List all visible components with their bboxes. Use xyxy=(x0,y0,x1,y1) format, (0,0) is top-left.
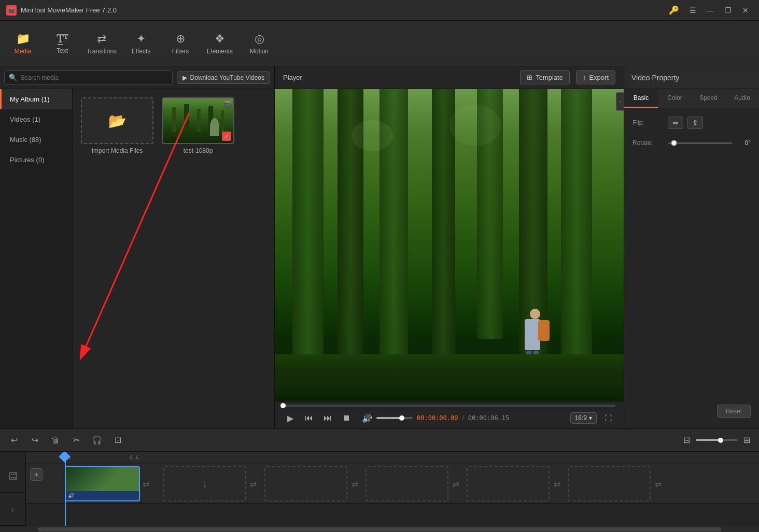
play-button[interactable]: ▶ xyxy=(283,411,298,425)
flip-horizontal-button[interactable]: ⇔ xyxy=(668,117,683,129)
transitions-label: Transitions xyxy=(87,48,117,55)
sidebar-item-music[interactable]: Music (88) xyxy=(0,130,72,150)
zoom-out-button[interactable]: ⊟ xyxy=(680,434,693,447)
toolbar-item-effects[interactable]: ✦ Effects xyxy=(122,25,160,62)
volume-handle[interactable] xyxy=(399,415,404,421)
undo-button[interactable]: ↩ xyxy=(6,433,22,448)
audio-detach-button[interactable]: 🎧 xyxy=(89,433,105,448)
video-track-icon xyxy=(0,459,25,493)
transitions-icon: ⇄ xyxy=(97,32,106,46)
timeline: ↩ ↪ 🗑 ✂ 🎧 ⊡ ⊟ ⊞ xyxy=(0,428,759,532)
cut-button[interactable]: ✂ xyxy=(68,433,84,448)
player-title: Player xyxy=(283,74,302,81)
app-icon: 🎬 xyxy=(6,5,17,16)
fullscreen-button[interactable]: ⛶ xyxy=(601,411,615,425)
volume-icon[interactable]: 🔊 xyxy=(360,411,374,425)
ruler-mark-6s: 6.6 xyxy=(130,455,139,461)
toolbar-item-transitions[interactable]: ⇄ Transitions xyxy=(83,25,120,62)
download-youtube-label: Download YouTube Videos xyxy=(190,74,264,81)
sidebar-item-videos[interactable]: Videos (1) xyxy=(0,109,72,130)
tab-audio[interactable]: Audio xyxy=(725,89,759,108)
media-grid: 📂 Import Media Files xyxy=(73,89,274,428)
flip-row: Flip: ⇔ ⇕ xyxy=(632,117,751,129)
rotate-slider[interactable] xyxy=(668,142,732,144)
download-youtube-button[interactable]: ▶ Download YouTube Videos xyxy=(177,71,270,84)
zoom-handle[interactable] xyxy=(718,438,723,443)
toolbar-item-text[interactable]: T̲ᵀ Text xyxy=(44,25,81,62)
effects-label: Effects xyxy=(132,48,150,55)
current-time: 00:00:00.00 xyxy=(417,414,458,422)
progress-bar[interactable] xyxy=(283,405,615,407)
key-icon: 🔑 xyxy=(669,5,679,15)
rotate-handle[interactable] xyxy=(671,140,677,146)
redo-button[interactable]: ↪ xyxy=(27,433,43,448)
main-layout: 🔍 ▶ Download YouTube Videos My Album (1)… xyxy=(0,66,759,428)
folder-icon: 📂 xyxy=(108,112,126,130)
aspect-ratio-select[interactable]: 16:9 ▾ xyxy=(570,412,597,424)
slot4-swap-button[interactable]: ⇄ xyxy=(554,479,560,488)
reset-button[interactable]: Reset xyxy=(717,405,751,418)
menu-button[interactable]: ☰ xyxy=(685,3,700,18)
slot3-swap-button[interactable]: ⇄ xyxy=(453,479,459,488)
playhead[interactable] xyxy=(65,452,66,526)
import-media-item[interactable]: 📂 Import Media Files xyxy=(81,97,153,154)
chevron-down-icon: ▾ xyxy=(589,414,592,422)
export-button[interactable]: ↑ Export xyxy=(576,70,615,84)
timeline-tracks-area: 0s 6.6 + 🔊 ⇄ xyxy=(26,452,759,526)
sidebar-item-my-album[interactable]: My Album (1) xyxy=(0,89,72,109)
elements-icon: ❖ xyxy=(215,32,225,46)
empty-slot-2[interactable] xyxy=(264,466,347,501)
empty-slot-4[interactable] xyxy=(467,466,550,501)
close-button[interactable]: ✕ xyxy=(738,3,753,18)
slot1-swap-button[interactable]: ⇄ xyxy=(250,479,257,488)
svg-rect-1 xyxy=(9,475,17,475)
zoom-slider[interactable] xyxy=(696,439,737,441)
tab-speed[interactable]: Speed xyxy=(692,89,725,108)
slot2-swap-button[interactable]: ⇄ xyxy=(352,479,358,488)
clip-swap-button[interactable]: ⇄ xyxy=(143,479,149,488)
timeline-content: ♪ 0s 6.6 + 🔊 xyxy=(0,452,759,526)
empty-slot-5[interactable] xyxy=(568,466,651,501)
flip-vertical-button[interactable]: ⇕ xyxy=(687,117,703,129)
zoom-in-button[interactable]: ⊞ xyxy=(740,434,753,447)
slot5-swap-button[interactable]: ⇄ xyxy=(655,479,662,488)
filters-label: Filters xyxy=(172,48,189,55)
svg-rect-4 xyxy=(13,472,13,475)
add-track-button[interactable]: + xyxy=(30,468,43,481)
timeline-scrollbar[interactable] xyxy=(0,526,759,532)
search-input-wrap[interactable]: 🔍 xyxy=(4,70,173,85)
video-type-badge: 🎬 xyxy=(223,100,231,108)
stop-button[interactable]: ⏹ xyxy=(339,411,354,425)
timeline-toolbar: ↩ ↪ 🗑 ✂ 🎧 ⊡ ⊟ ⊞ xyxy=(0,429,759,452)
svg-rect-2 xyxy=(9,477,17,478)
empty-slot-3[interactable] xyxy=(366,466,448,501)
scrollbar-thumb[interactable] xyxy=(38,527,721,531)
next-frame-button[interactable]: ⏭ xyxy=(320,411,335,425)
tab-basic[interactable]: Basic xyxy=(624,89,658,108)
toolbar-item-media[interactable]: 📁 Media xyxy=(4,25,41,62)
video-thumb: ✓ 🎬 xyxy=(162,97,234,144)
properties-title: Video Property xyxy=(631,74,679,82)
delete-button[interactable]: 🗑 xyxy=(48,433,63,448)
empty-slot-1[interactable]: ↓ xyxy=(163,466,246,501)
prev-frame-button[interactable]: ⏮ xyxy=(302,411,316,425)
restore-button[interactable]: ❐ xyxy=(721,3,735,18)
collapse-panel-button[interactable]: › xyxy=(616,92,624,111)
volume-slider[interactable] xyxy=(376,417,413,419)
progress-handle[interactable] xyxy=(280,403,286,408)
player-header: Player ⊞ Template ↑ Export xyxy=(275,66,624,89)
export-icon: ↑ xyxy=(583,74,586,81)
selected-check-badge: ✓ xyxy=(222,132,231,141)
minimize-button[interactable]: — xyxy=(703,3,718,18)
sidebar-item-pictures[interactable]: Pictures (0) xyxy=(0,150,72,170)
template-button[interactable]: ⊞ Template xyxy=(520,70,570,84)
toolbar-item-elements[interactable]: ❖ Elements xyxy=(201,25,238,62)
video-media-item[interactable]: ✓ 🎬 test-1080p xyxy=(162,97,234,154)
search-input[interactable] xyxy=(20,74,168,81)
tab-color[interactable]: Color xyxy=(658,89,692,108)
video-clip[interactable]: 🔊 xyxy=(65,466,140,501)
toolbar-item-motion[interactable]: ◎ Motion xyxy=(241,25,278,62)
toolbar-item-filters[interactable]: ⊕ Filters xyxy=(162,25,199,62)
player-area: Player ⊞ Template ↑ Export xyxy=(275,66,624,428)
crop-button[interactable]: ⊡ xyxy=(110,433,125,448)
